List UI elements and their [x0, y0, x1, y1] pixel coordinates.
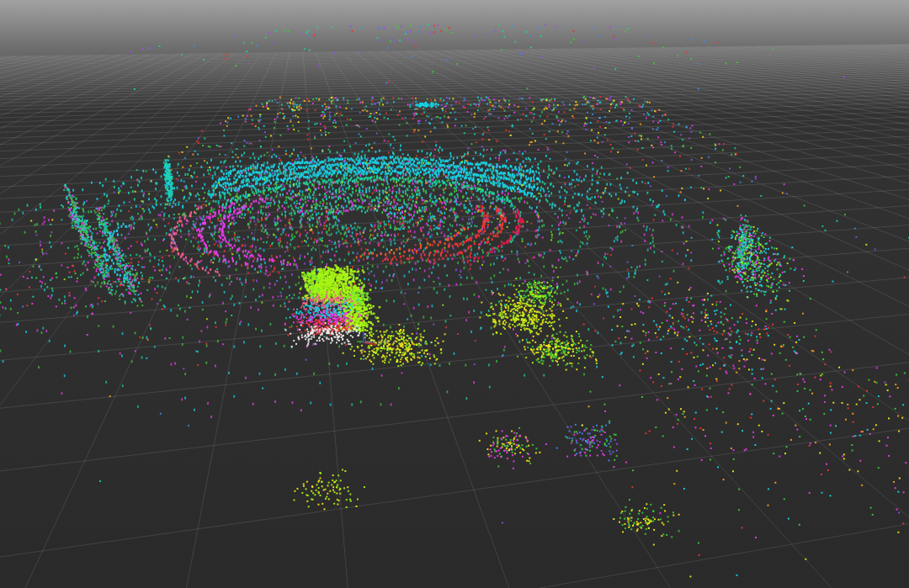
- 3d-viewport-canvas[interactable]: [0, 0, 909, 588]
- pointcloud-viewer-window: base_link: [0, 0, 909, 588]
